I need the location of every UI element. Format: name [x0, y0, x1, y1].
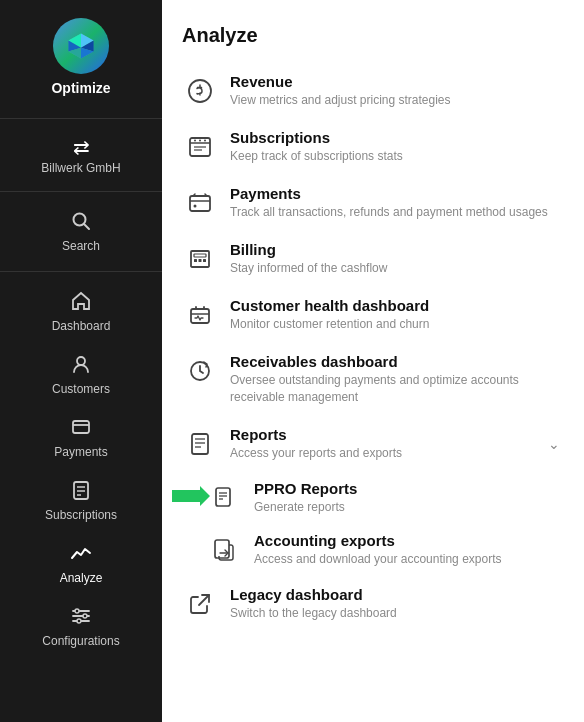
section-title: Analyze — [182, 24, 564, 47]
menu-item-reports[interactable]: Reports Access your reports and exports … — [182, 416, 564, 472]
payments-menu-icon — [182, 185, 218, 221]
receivables-text: Receivables dashboard Oversee outstandin… — [230, 353, 564, 406]
org-name: Billwerk GmbH — [41, 161, 120, 175]
sidebar: Optimize ⇄ Billwerk GmbH Search Dashboar… — [0, 0, 162, 722]
ppro-desc: Generate reports — [254, 499, 564, 516]
subscriptions-menu-title: Subscriptions — [230, 129, 564, 146]
menu-item-billing[interactable]: Billing Stay informed of the cashflow — [182, 231, 564, 287]
svg-rect-27 — [194, 259, 197, 262]
svg-rect-4 — [73, 421, 89, 433]
app-logo — [53, 18, 109, 74]
divider-search — [0, 271, 162, 272]
revenue-desc: View metrics and adjust pricing strategi… — [230, 92, 564, 109]
app-title: Optimize — [51, 80, 110, 96]
org-switcher[interactable]: ⇄ Billwerk GmbH — [0, 127, 162, 183]
menu-item-revenue[interactable]: Revenue View metrics and adjust pricing … — [182, 63, 564, 119]
home-icon — [70, 290, 92, 317]
svg-rect-42 — [215, 540, 229, 558]
svg-rect-38 — [216, 488, 230, 506]
sidebar-item-analyze[interactable]: Analyze — [0, 532, 162, 595]
divider-top — [0, 118, 162, 119]
svg-point-3 — [77, 357, 85, 365]
legacy-title: Legacy dashboard — [230, 586, 564, 603]
sidebar-item-payments[interactable]: Payments — [0, 406, 162, 469]
sidebar-item-configurations[interactable]: Configurations — [0, 595, 162, 658]
svg-point-12 — [75, 609, 79, 613]
sidebar-configurations-label: Configurations — [42, 634, 119, 648]
revenue-icon — [182, 73, 218, 109]
billing-text: Billing Stay informed of the cashflow — [230, 241, 564, 277]
svg-rect-26 — [194, 254, 206, 257]
svg-rect-33 — [192, 434, 208, 454]
subscriptions-menu-desc: Keep track of subscriptions stats — [230, 148, 564, 165]
menu-item-legacy[interactable]: Legacy dashboard Switch to the legacy da… — [182, 576, 564, 632]
reports-text: Reports Access your reports and exports — [230, 426, 564, 462]
menu-item-subscriptions[interactable]: Subscriptions Keep track of subscription… — [182, 119, 564, 175]
menu-subitem-accounting[interactable]: Accounting exports Access and download y… — [182, 524, 564, 576]
accounting-desc: Access and download your accounting expo… — [254, 551, 564, 568]
divider-org — [0, 191, 162, 192]
sidebar-item-subscriptions[interactable]: Subscriptions — [0, 469, 162, 532]
subscriptions-icon — [70, 479, 92, 506]
revenue-text: Revenue View metrics and adjust pricing … — [230, 73, 564, 109]
legacy-icon — [182, 586, 218, 622]
switch-icon: ⇄ — [73, 135, 90, 159]
receivables-title: Receivables dashboard — [230, 353, 564, 370]
configurations-icon — [70, 605, 92, 632]
reports-desc: Access your reports and exports — [230, 445, 564, 462]
ppro-icon — [206, 480, 242, 516]
revenue-title: Revenue — [230, 73, 564, 90]
menu-item-receivables[interactable]: Receivables dashboard Oversee outstandin… — [182, 343, 564, 416]
accounting-text: Accounting exports Access and download y… — [254, 532, 564, 568]
svg-point-18 — [199, 140, 201, 142]
svg-point-17 — [194, 140, 196, 142]
ppro-title: PPRO Reports — [254, 480, 564, 497]
sidebar-dashboard-label: Dashboard — [52, 319, 111, 333]
payments-text: Payments Track all transactions, refunds… — [230, 185, 564, 221]
payments-icon — [70, 416, 92, 443]
receivables-icon — [182, 353, 218, 389]
sidebar-item-dashboard[interactable]: Dashboard — [0, 280, 162, 343]
green-arrow-indicator — [172, 485, 210, 511]
sidebar-item-customers[interactable]: Customers — [0, 343, 162, 406]
receivables-desc: Oversee outstanding payments and optimiz… — [230, 372, 564, 406]
analyze-icon — [70, 542, 92, 569]
customer-health-title: Customer health dashboard — [230, 297, 564, 314]
legacy-desc: Switch to the legacy dashboard — [230, 605, 564, 622]
customers-icon — [70, 353, 92, 380]
sidebar-subscriptions-label: Subscriptions — [45, 508, 117, 522]
svg-point-24 — [194, 205, 197, 208]
menu-item-customer-health[interactable]: Customer health dashboard Monitor custom… — [182, 287, 564, 343]
svg-point-13 — [83, 614, 87, 618]
menu-subitem-ppro[interactable]: PPRO Reports Generate reports — [182, 472, 564, 524]
svg-line-44 — [199, 595, 209, 605]
subscriptions-menu-icon — [182, 129, 218, 165]
svg-rect-22 — [190, 196, 210, 211]
svg-rect-30 — [191, 309, 209, 323]
svg-rect-29 — [203, 259, 206, 262]
billing-icon — [182, 241, 218, 277]
customer-health-icon — [182, 297, 218, 333]
logo-container: Optimize — [51, 18, 110, 96]
billing-desc: Stay informed of the cashflow — [230, 260, 564, 277]
sidebar-analyze-label: Analyze — [60, 571, 103, 585]
ppro-text: PPRO Reports Generate reports — [254, 480, 564, 516]
sidebar-item-search[interactable]: Search — [0, 200, 162, 263]
sidebar-payments-label: Payments — [54, 445, 107, 459]
main-content: Analyze Revenue View metrics and adjust … — [162, 0, 584, 722]
menu-item-payments[interactable]: Payments Track all transactions, refunds… — [182, 175, 564, 231]
svg-rect-28 — [199, 259, 202, 262]
reports-icon — [182, 426, 218, 462]
sidebar-customers-label: Customers — [52, 382, 110, 396]
logo-icon — [63, 28, 99, 64]
customer-health-desc: Monitor customer retention and churn — [230, 316, 564, 333]
customer-health-text: Customer health dashboard Monitor custom… — [230, 297, 564, 333]
svg-line-2 — [84, 224, 89, 229]
payments-menu-title: Payments — [230, 185, 564, 202]
sidebar-search-label: Search — [62, 239, 100, 253]
search-icon — [70, 210, 92, 237]
reports-title: Reports — [230, 426, 564, 443]
menu-list: Revenue View metrics and adjust pricing … — [182, 63, 564, 632]
svg-point-15 — [189, 80, 211, 102]
svg-point-19 — [204, 140, 206, 142]
